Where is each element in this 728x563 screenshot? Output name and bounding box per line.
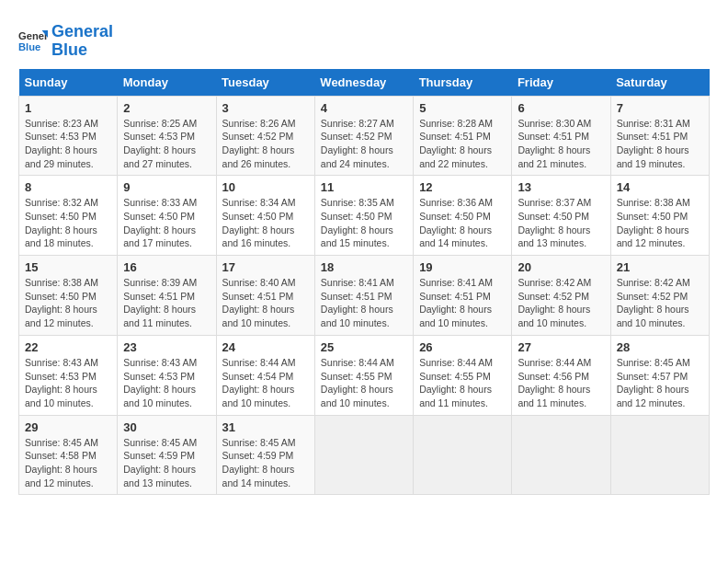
day-detail: Sunrise: 8:44 AM Sunset: 4:55 PM Dayligh… xyxy=(321,356,407,410)
calendar-cell: 2Sunrise: 8:25 AM Sunset: 4:53 PM Daylig… xyxy=(118,96,216,176)
calendar-cell: 14Sunrise: 8:38 AM Sunset: 4:50 PM Dayli… xyxy=(610,176,709,256)
day-number: 10 xyxy=(222,180,309,194)
calendar-cell: 8Sunrise: 8:32 AM Sunset: 4:50 PM Daylig… xyxy=(19,176,118,256)
day-detail: Sunrise: 8:28 AM Sunset: 4:51 PM Dayligh… xyxy=(419,117,506,171)
calendar-cell: 9Sunrise: 8:33 AM Sunset: 4:50 PM Daylig… xyxy=(118,176,216,256)
day-number: 15 xyxy=(25,260,111,274)
calendar-cell: 31Sunrise: 8:45 AM Sunset: 4:59 PM Dayli… xyxy=(216,415,314,495)
day-detail: Sunrise: 8:36 AM Sunset: 4:50 PM Dayligh… xyxy=(419,196,506,250)
day-detail: Sunrise: 8:42 AM Sunset: 4:52 PM Dayligh… xyxy=(518,276,604,330)
day-detail: Sunrise: 8:41 AM Sunset: 4:51 PM Dayligh… xyxy=(321,276,407,330)
day-number: 9 xyxy=(123,180,210,194)
calendar-cell: 13Sunrise: 8:37 AM Sunset: 4:50 PM Dayli… xyxy=(512,176,610,256)
day-number: 16 xyxy=(123,260,210,274)
day-number: 11 xyxy=(321,180,407,194)
day-number: 14 xyxy=(617,180,703,194)
calendar-cell: 3Sunrise: 8:26 AM Sunset: 4:52 PM Daylig… xyxy=(216,96,314,176)
day-number: 7 xyxy=(617,101,703,115)
calendar-week-5: 29Sunrise: 8:45 AM Sunset: 4:58 PM Dayli… xyxy=(19,415,710,495)
day-detail: Sunrise: 8:44 AM Sunset: 4:55 PM Dayligh… xyxy=(419,356,506,410)
day-number: 17 xyxy=(222,260,309,274)
day-detail: Sunrise: 8:31 AM Sunset: 4:51 PM Dayligh… xyxy=(617,117,703,171)
calendar-cell: 26Sunrise: 8:44 AM Sunset: 4:55 PM Dayli… xyxy=(414,335,512,415)
calendar-cell: 22Sunrise: 8:43 AM Sunset: 4:53 PM Dayli… xyxy=(19,335,118,415)
day-detail: Sunrise: 8:27 AM Sunset: 4:52 PM Dayligh… xyxy=(321,117,407,171)
day-detail: Sunrise: 8:23 AM Sunset: 4:53 PM Dayligh… xyxy=(25,117,111,171)
day-detail: Sunrise: 8:44 AM Sunset: 4:56 PM Dayligh… xyxy=(518,356,604,410)
logo: General Blue General Blue xyxy=(18,23,113,60)
calendar-week-4: 22Sunrise: 8:43 AM Sunset: 4:53 PM Dayli… xyxy=(19,335,710,415)
day-number: 8 xyxy=(25,180,111,194)
calendar-cell: 6Sunrise: 8:30 AM Sunset: 4:51 PM Daylig… xyxy=(512,96,610,176)
day-detail: Sunrise: 8:26 AM Sunset: 4:52 PM Dayligh… xyxy=(222,117,309,171)
day-number: 5 xyxy=(419,101,506,115)
day-number: 4 xyxy=(321,101,407,115)
calendar-cell xyxy=(414,415,512,495)
day-detail: Sunrise: 8:43 AM Sunset: 4:53 PM Dayligh… xyxy=(25,356,111,410)
day-number: 19 xyxy=(419,260,506,274)
calendar-cell xyxy=(512,415,610,495)
day-number: 25 xyxy=(321,340,407,354)
calendar-table: SundayMondayTuesdayWednesdayThursdayFrid… xyxy=(18,69,710,496)
day-number: 13 xyxy=(518,180,604,194)
day-number: 24 xyxy=(222,340,309,354)
calendar-cell: 10Sunrise: 8:34 AM Sunset: 4:50 PM Dayli… xyxy=(216,176,314,256)
day-detail: Sunrise: 8:45 AM Sunset: 4:59 PM Dayligh… xyxy=(222,436,309,490)
day-number: 23 xyxy=(123,340,210,354)
calendar-cell: 21Sunrise: 8:42 AM Sunset: 4:52 PM Dayli… xyxy=(610,256,709,336)
day-detail: Sunrise: 8:25 AM Sunset: 4:53 PM Dayligh… xyxy=(123,117,210,171)
calendar-cell: 25Sunrise: 8:44 AM Sunset: 4:55 PM Dayli… xyxy=(314,335,413,415)
day-number: 22 xyxy=(25,340,111,354)
day-detail: Sunrise: 8:30 AM Sunset: 4:51 PM Dayligh… xyxy=(518,117,604,171)
day-number: 29 xyxy=(25,420,111,434)
logo-icon: General Blue xyxy=(18,27,48,56)
calendar-cell: 17Sunrise: 8:40 AM Sunset: 4:51 PM Dayli… xyxy=(216,256,314,336)
weekday-header-tuesday: Tuesday xyxy=(216,69,314,97)
calendar-cell xyxy=(610,415,709,495)
day-detail: Sunrise: 8:44 AM Sunset: 4:54 PM Dayligh… xyxy=(222,356,309,410)
calendar-cell: 27Sunrise: 8:44 AM Sunset: 4:56 PM Dayli… xyxy=(512,335,610,415)
calendar-cell: 16Sunrise: 8:39 AM Sunset: 4:51 PM Dayli… xyxy=(118,256,216,336)
day-number: 12 xyxy=(419,180,506,194)
calendar-week-2: 8Sunrise: 8:32 AM Sunset: 4:50 PM Daylig… xyxy=(19,176,710,256)
day-detail: Sunrise: 8:45 AM Sunset: 4:57 PM Dayligh… xyxy=(617,356,703,410)
calendar-cell: 28Sunrise: 8:45 AM Sunset: 4:57 PM Dayli… xyxy=(610,335,709,415)
calendar-cell: 11Sunrise: 8:35 AM Sunset: 4:50 PM Dayli… xyxy=(314,176,413,256)
calendar-week-3: 15Sunrise: 8:38 AM Sunset: 4:50 PM Dayli… xyxy=(19,256,710,336)
day-detail: Sunrise: 8:35 AM Sunset: 4:50 PM Dayligh… xyxy=(321,196,407,250)
calendar-cell: 15Sunrise: 8:38 AM Sunset: 4:50 PM Dayli… xyxy=(19,256,118,336)
day-detail: Sunrise: 8:33 AM Sunset: 4:50 PM Dayligh… xyxy=(123,196,210,250)
calendar-cell: 19Sunrise: 8:41 AM Sunset: 4:51 PM Dayli… xyxy=(414,256,512,336)
calendar-cell: 5Sunrise: 8:28 AM Sunset: 4:51 PM Daylig… xyxy=(414,96,512,176)
day-detail: Sunrise: 8:34 AM Sunset: 4:50 PM Dayligh… xyxy=(222,196,309,250)
day-detail: Sunrise: 8:42 AM Sunset: 4:52 PM Dayligh… xyxy=(617,276,703,330)
day-number: 26 xyxy=(419,340,506,354)
day-number: 18 xyxy=(321,260,407,274)
calendar-cell: 4Sunrise: 8:27 AM Sunset: 4:52 PM Daylig… xyxy=(314,96,413,176)
weekday-header-friday: Friday xyxy=(512,69,610,97)
svg-text:Blue: Blue xyxy=(18,40,40,52)
weekday-header-monday: Monday xyxy=(118,69,216,97)
day-detail: Sunrise: 8:38 AM Sunset: 4:50 PM Dayligh… xyxy=(25,276,111,330)
svg-text:General: General xyxy=(18,30,48,41)
header: General Blue General Blue xyxy=(18,18,710,60)
calendar-cell: 30Sunrise: 8:45 AM Sunset: 4:59 PM Dayli… xyxy=(118,415,216,495)
calendar-cell: 18Sunrise: 8:41 AM Sunset: 4:51 PM Dayli… xyxy=(314,256,413,336)
calendar-cell: 7Sunrise: 8:31 AM Sunset: 4:51 PM Daylig… xyxy=(610,96,709,176)
day-number: 28 xyxy=(617,340,703,354)
day-detail: Sunrise: 8:32 AM Sunset: 4:50 PM Dayligh… xyxy=(25,196,111,250)
weekday-header-sunday: Sunday xyxy=(19,69,118,97)
calendar-cell: 24Sunrise: 8:44 AM Sunset: 4:54 PM Dayli… xyxy=(216,335,314,415)
day-number: 6 xyxy=(518,101,604,115)
day-number: 31 xyxy=(222,420,309,434)
calendar-cell: 20Sunrise: 8:42 AM Sunset: 4:52 PM Dayli… xyxy=(512,256,610,336)
day-detail: Sunrise: 8:37 AM Sunset: 4:50 PM Dayligh… xyxy=(518,196,604,250)
day-detail: Sunrise: 8:43 AM Sunset: 4:53 PM Dayligh… xyxy=(123,356,210,410)
logo-blue: Blue xyxy=(51,40,87,59)
day-number: 2 xyxy=(123,101,210,115)
day-number: 3 xyxy=(222,101,309,115)
day-number: 27 xyxy=(518,340,604,354)
calendar-cell xyxy=(314,415,413,495)
calendar-week-1: 1Sunrise: 8:23 AM Sunset: 4:53 PM Daylig… xyxy=(19,96,710,176)
calendar-cell: 23Sunrise: 8:43 AM Sunset: 4:53 PM Dayli… xyxy=(118,335,216,415)
